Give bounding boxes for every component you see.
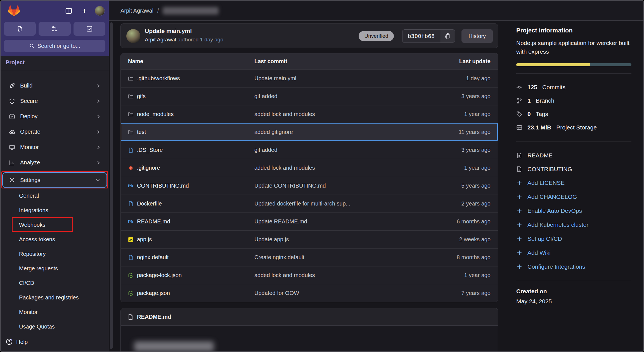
file-name-cell[interactable]: gifs <box>128 93 254 100</box>
last-commit-message[interactable]: gif added <box>254 93 429 100</box>
merge-requests-button[interactable] <box>39 22 70 36</box>
file-name-cell[interactable]: JSpackage-lock.json <box>128 272 254 278</box>
commit-title-link[interactable]: Update main.yml <box>145 28 192 34</box>
file-name-cell[interactable]: README.md <box>128 218 254 225</box>
breadcrumb-project-redacted[interactable] <box>163 7 219 15</box>
action-link-add-license[interactable]: Add LICENSE <box>516 176 631 190</box>
last-commit-message[interactable]: Updated dockerfile for multi-arch sup... <box>254 200 429 207</box>
last-commit-message[interactable]: added gitignore <box>254 129 429 135</box>
sidebar-item-analyze[interactable]: Analyze <box>1 155 109 170</box>
project-links: Add LICENSEAdd CHANGELOGEnable Auto DevO… <box>516 176 631 274</box>
last-commit-message[interactable]: Update app.js <box>254 236 429 243</box>
doc-link-contributing[interactable]: CONTRIBUTING <box>516 162 631 176</box>
copy-button[interactable] <box>440 30 455 42</box>
last-commit-message[interactable]: added lock and modules <box>254 111 429 117</box>
sidebar-toggle-icon[interactable] <box>63 6 74 16</box>
breadcrumb-user-link[interactable]: Arpit Agrawal <box>120 8 153 14</box>
issues-button[interactable] <box>4 22 36 36</box>
tag-icon <box>516 111 522 117</box>
sidebar-item-settings[interactable]: Settings <box>3 173 106 187</box>
subnav-item-ci-cd[interactable]: CI/CD <box>1 276 109 290</box>
last-commit-message[interactable]: Update main.yml <box>254 75 429 82</box>
stat-branch[interactable]: 1Branch <box>516 94 631 107</box>
gitlab-logo-icon[interactable] <box>7 3 21 18</box>
table-row[interactable]: testadded gitignore11 years ago <box>121 123 498 141</box>
file-name-cell[interactable]: CONTRIBUTING.md <box>128 183 254 189</box>
search-input[interactable]: Search or go to... <box>4 40 105 52</box>
doc-link-readme[interactable]: README <box>516 148 631 162</box>
file-name-cell[interactable]: JSpackage.json <box>128 290 254 296</box>
sidebar-item-deploy[interactable]: Deploy <box>1 109 109 124</box>
action-link-enable-auto-devops[interactable]: Enable Auto DevOps <box>516 204 631 218</box>
table-row[interactable]: .gitignoreadded lock and modules1 year a… <box>121 159 498 177</box>
new-plus-icon[interactable]: + <box>79 6 90 16</box>
table-row[interactable]: JSapp.jsUpdate app.js2 weeks ago <box>121 230 498 248</box>
table-row[interactable]: JSpackage-lock.jsonadded lock and module… <box>121 266 498 284</box>
subnav-item-merge-requests[interactable]: Merge requests <box>1 261 109 276</box>
action-link-configure-integrations[interactable]: Configure Integrations <box>516 260 631 274</box>
file-name-cell[interactable]: .DS_Store <box>128 147 254 153</box>
file-name-cell[interactable]: test <box>128 129 254 135</box>
operate-icon <box>9 129 16 135</box>
table-row[interactable]: JSpackage.jsonUpdated for OOW7 years ago <box>121 284 498 302</box>
subnav-item-integrations[interactable]: Integrations <box>1 203 109 218</box>
table-row[interactable]: nginx.defaultCreate nginx.default8 month… <box>121 248 498 266</box>
last-commit-message[interactable]: added lock and modules <box>254 165 429 171</box>
table-row[interactable]: gifsgif added3 years ago <box>121 87 498 105</box>
subnav-item-packages-and-registries[interactable]: Packages and registries <box>1 290 109 305</box>
action-link-set-up-ci-cd[interactable]: Set up CI/CD <box>516 232 631 246</box>
action-link-add-kubernetes-cluster[interactable]: Add Kubernetes cluster <box>516 218 631 232</box>
subnav-item-usage-quotas[interactable]: Usage Quotas <box>1 319 109 334</box>
subnav-item-label: Access tokens <box>19 236 55 243</box>
user-avatar[interactable] <box>95 6 105 16</box>
unverified-badge[interactable]: Unverified <box>359 31 394 41</box>
file-name-cell[interactable]: nginx.default <box>128 254 254 261</box>
last-commit-message[interactable]: Update CONTRIBUTING.md <box>254 183 429 189</box>
action-link-add-wiki[interactable]: Add Wiki <box>516 246 631 260</box>
subnav-item-webhooks[interactable]: Webhooks <box>1 218 109 232</box>
subnav-item-repository[interactable]: Repository <box>1 247 109 261</box>
node-icon: JS <box>128 290 134 296</box>
table-row[interactable]: README.mdUpdate README.md6 months ago <box>121 212 498 230</box>
main-scrollbar[interactable] <box>110 22 113 349</box>
stat-tags[interactable]: 0Tags <box>516 107 631 121</box>
file-name-cell[interactable]: .github/workflows <box>128 75 254 82</box>
stat-project-storage[interactable]: 23.1 MiBProject Storage <box>516 121 631 134</box>
column-last-commit: Last commit <box>254 58 429 65</box>
table-row[interactable]: CONTRIBUTING.mdUpdate CONTRIBUTING.md5 y… <box>121 177 498 195</box>
file-name-cell[interactable]: .gitignore <box>128 165 254 171</box>
file-name-cell[interactable]: Dockerfile <box>128 200 254 207</box>
doc-icon <box>516 152 522 159</box>
todo-button[interactable] <box>74 22 105 36</box>
subnav-item-general[interactable]: General <box>1 188 109 203</box>
help-button[interactable]: Help <box>6 335 28 349</box>
last-commit-message[interactable]: added lock and modules <box>254 272 429 278</box>
sidebar-item-operate[interactable]: Operate <box>1 124 109 140</box>
subnav-item-monitor[interactable]: Monitor <box>1 305 109 319</box>
readme-header[interactable]: README.md <box>121 308 498 326</box>
commit-author-avatar[interactable] <box>126 29 140 43</box>
stat-commits[interactable]: 125Commits <box>516 81 631 94</box>
last-commit-message[interactable]: Create nginx.default <box>254 254 429 261</box>
table-row[interactable]: .DS_Storegif added3 years ago <box>121 141 498 159</box>
commit-author-name[interactable]: Arpit Agrawal <box>145 37 176 42</box>
subnav-item-access-tokens[interactable]: Access tokens <box>1 232 109 247</box>
file-name: gifs <box>137 93 146 100</box>
sidebar-item-secure[interactable]: Secure <box>1 93 109 109</box>
svg-text:JS: JS <box>129 238 132 241</box>
sidebar-item-build[interactable]: Build <box>1 78 109 93</box>
commit-hash[interactable]: b300fb68 <box>402 30 440 42</box>
file-name-cell[interactable]: node_modules <box>128 111 254 117</box>
last-commit-message[interactable]: Update README.md <box>254 218 429 225</box>
file-name-cell[interactable]: JSapp.js <box>128 236 254 243</box>
table-row[interactable]: .github/workflowsUpdate main.yml1 day ag… <box>121 69 498 87</box>
sidebar-item-monitor[interactable]: Monitor <box>1 140 109 155</box>
language-bar[interactable] <box>516 63 631 66</box>
sidebar-divider <box>1 71 109 71</box>
last-commit-message[interactable]: Updated for OOW <box>254 290 429 296</box>
history-button[interactable]: History <box>461 29 493 43</box>
table-row[interactable]: DockerfileUpdated dockerfile for multi-a… <box>121 195 498 212</box>
table-row[interactable]: node_modulesadded lock and modules1 year… <box>121 105 498 123</box>
action-link-add-changelog[interactable]: Add CHANGELOG <box>516 190 631 204</box>
last-commit-message[interactable]: gif added <box>254 147 429 153</box>
